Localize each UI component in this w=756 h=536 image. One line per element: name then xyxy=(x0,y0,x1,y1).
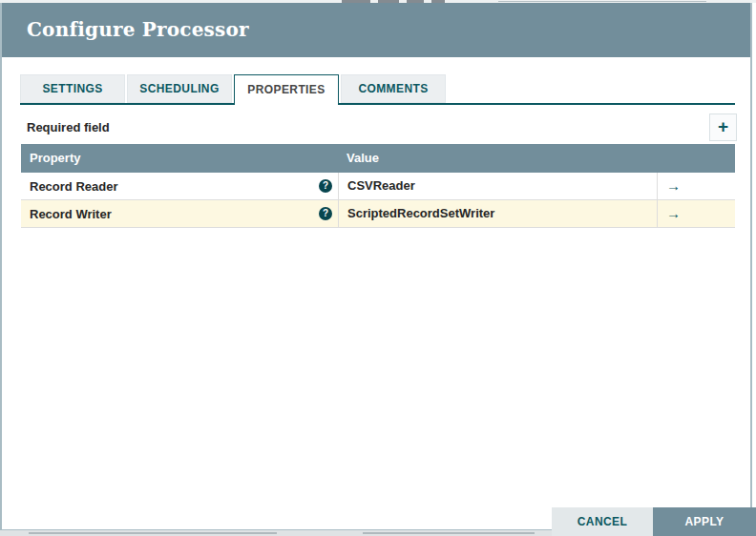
cancel-button[interactable]: CANCEL xyxy=(552,507,653,536)
property-name-cell: Record Reader ? xyxy=(21,173,338,199)
backdrop-fragment xyxy=(363,532,535,534)
column-header-goto xyxy=(657,144,735,173)
tab-comments[interactable]: COMMENTS xyxy=(341,74,446,103)
go-to-service-cell[interactable]: → xyxy=(657,173,735,199)
add-property-button[interactable]: + xyxy=(709,113,737,141)
tab-properties[interactable]: PROPERTIES xyxy=(234,74,339,105)
properties-table: Property Value Record Reader ? CSVReader… xyxy=(21,144,735,228)
table-row[interactable]: Record Writer ? ScriptedRecordSetWriter … xyxy=(21,200,735,228)
property-name: Record Writer xyxy=(30,201,112,227)
column-header-property: Property xyxy=(21,144,338,173)
go-to-arrow-icon[interactable]: → xyxy=(666,173,681,198)
property-name: Record Reader xyxy=(30,174,117,199)
backdrop-fragment xyxy=(498,1,706,2)
configure-processor-dialog: Configure Processor SETTINGS SCHEDULING … xyxy=(0,3,752,530)
plus-icon: + xyxy=(718,116,728,136)
column-header-value: Value xyxy=(338,144,657,173)
question-circle-icon[interactable]: ? xyxy=(319,207,332,220)
property-name-cell: Record Writer ? xyxy=(21,200,338,227)
dialog-header: Configure Processor xyxy=(2,3,750,57)
question-circle-icon[interactable]: ? xyxy=(319,179,332,193)
apply-button[interactable]: APPLY xyxy=(653,507,756,536)
property-value-cell[interactable]: CSVReader xyxy=(338,173,657,199)
table-header-row: Property Value xyxy=(21,144,735,173)
tab-settings[interactable]: SETTINGS xyxy=(20,74,125,103)
tab-scheduling[interactable]: SCHEDULING xyxy=(127,74,232,103)
go-to-arrow-icon[interactable]: → xyxy=(666,200,681,226)
backdrop-fragment xyxy=(29,532,277,534)
required-field-label: Required field xyxy=(27,118,110,137)
go-to-service-cell[interactable]: → xyxy=(657,200,735,227)
tab-bar: SETTINGS SCHEDULING PROPERTIES COMMENTS xyxy=(20,74,735,105)
property-value-cell[interactable]: ScriptedRecordSetWriter xyxy=(338,200,657,227)
table-row[interactable]: Record Reader ? CSVReader → xyxy=(21,173,735,200)
tab-underline xyxy=(20,103,735,105)
dialog-title: Configure Processor xyxy=(27,3,249,57)
